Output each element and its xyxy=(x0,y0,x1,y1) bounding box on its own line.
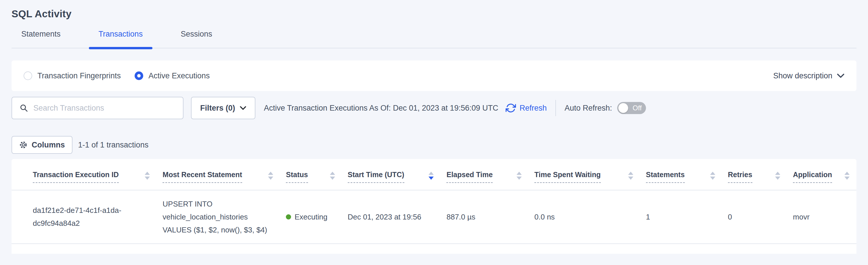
refresh-label: Refresh xyxy=(520,104,547,113)
cell-transaction-execution-id[interactable]: da1f21e2-de71-4c1f-a1da- dc9fc94a84a2 xyxy=(11,190,157,244)
column-header-retries[interactable]: Retries xyxy=(722,159,787,190)
cell-statements: 1 xyxy=(640,190,722,244)
radio-transaction-fingerprints-label: Transaction Fingerprints xyxy=(37,72,121,80)
gear-icon xyxy=(19,140,28,149)
transactions-table: Transaction Execution ID Most Recent Sta… xyxy=(11,159,857,244)
table-footer-padding xyxy=(11,244,857,254)
toolbar: Filters (0) Active Transaction Execution… xyxy=(11,97,857,119)
show-description-label: Show description xyxy=(773,72,832,80)
columns-button[interactable]: Columns xyxy=(11,136,72,154)
toggle-state-label: Off xyxy=(633,104,642,112)
cell-retries: 0 xyxy=(722,190,787,244)
column-header-most-recent-statement[interactable]: Most Recent Statement xyxy=(157,159,280,190)
tabs-bar: Statements Transactions Sessions xyxy=(11,20,857,48)
cell-status: Executing xyxy=(280,190,342,244)
results-count: 1-1 of 1 transactions xyxy=(78,140,149,150)
refresh-button[interactable]: Refresh xyxy=(506,103,547,113)
sort-carets-icon xyxy=(145,170,150,180)
status-label: Executing xyxy=(294,211,327,223)
show-description-toggle[interactable]: Show description xyxy=(773,72,844,80)
cell-time-spent-waiting: 0.0 ns xyxy=(529,190,640,244)
column-header-application[interactable]: Application xyxy=(787,159,857,190)
sort-carets-icon xyxy=(268,170,273,180)
toggle-knob xyxy=(618,103,628,113)
column-header-elapsed-time[interactable]: Elapsed Time xyxy=(441,159,529,190)
sort-carets-icon xyxy=(429,170,434,180)
sort-carets-icon xyxy=(775,170,780,180)
chevron-down-icon xyxy=(837,74,844,78)
search-input[interactable] xyxy=(33,103,177,113)
sort-carets-icon xyxy=(844,170,849,180)
sort-carets-icon xyxy=(628,170,633,180)
sort-carets-icon xyxy=(517,170,522,180)
table-row[interactable]: da1f21e2-de71-4c1f-a1da- dc9fc94a84a2 UP… xyxy=(11,190,857,244)
view-mode-radio-group: Transaction Fingerprints Active Executio… xyxy=(24,72,223,80)
auto-refresh-label: Auto Refresh: xyxy=(565,104,612,113)
column-header-statements[interactable]: Statements xyxy=(640,159,722,190)
tab-sessions[interactable]: Sessions xyxy=(171,20,222,48)
view-options-card: Transaction Fingerprints Active Executio… xyxy=(11,60,857,91)
column-header-status[interactable]: Status xyxy=(280,159,342,190)
toolbar-divider xyxy=(555,100,556,116)
search-box[interactable] xyxy=(11,97,184,119)
search-icon xyxy=(20,104,28,112)
results-bar: Columns 1-1 of 1 transactions xyxy=(11,136,857,154)
page-title: SQL Activity xyxy=(11,8,857,20)
sort-carets-icon xyxy=(710,170,715,180)
cell-elapsed-time: 887.0 µs xyxy=(441,190,529,244)
cell-most-recent-statement: UPSERT INTO vehicle_location_histories V… xyxy=(157,190,280,244)
radio-active-executions-label: Active Executions xyxy=(148,72,210,80)
refresh-icon xyxy=(506,103,516,113)
auto-refresh-toggle[interactable]: Off xyxy=(617,102,646,114)
radio-checked-icon xyxy=(134,72,143,80)
radio-transaction-fingerprints[interactable]: Transaction Fingerprints xyxy=(24,72,121,80)
transactions-table-card: Transaction Execution ID Most Recent Sta… xyxy=(11,159,857,254)
column-header-start-time[interactable]: Start Time (UTC) xyxy=(342,159,441,190)
as-of-text: Active Transaction Executions As Of: Dec… xyxy=(264,104,498,113)
sort-carets-icon xyxy=(330,170,335,180)
column-header-time-spent-waiting[interactable]: Time Spent Waiting xyxy=(529,159,640,190)
status-dot-icon xyxy=(286,214,291,219)
tab-transactions[interactable]: Transactions xyxy=(89,20,153,48)
radio-active-executions[interactable]: Active Executions xyxy=(134,72,210,80)
column-header-transaction-execution-id[interactable]: Transaction Execution ID xyxy=(11,159,157,190)
filters-button[interactable]: Filters (0) xyxy=(191,97,255,119)
filters-button-label: Filters (0) xyxy=(200,104,235,113)
cell-application: movr xyxy=(787,190,857,244)
table-header-row: Transaction Execution ID Most Recent Sta… xyxy=(11,159,857,190)
columns-button-label: Columns xyxy=(32,140,65,150)
tab-statements[interactable]: Statements xyxy=(11,20,70,48)
page-header: SQL Activity xyxy=(0,0,868,20)
chevron-down-icon xyxy=(240,106,246,110)
radio-unchecked-icon xyxy=(24,72,32,80)
cell-start-time: Dec 01, 2023 at 19:56 xyxy=(342,190,441,244)
